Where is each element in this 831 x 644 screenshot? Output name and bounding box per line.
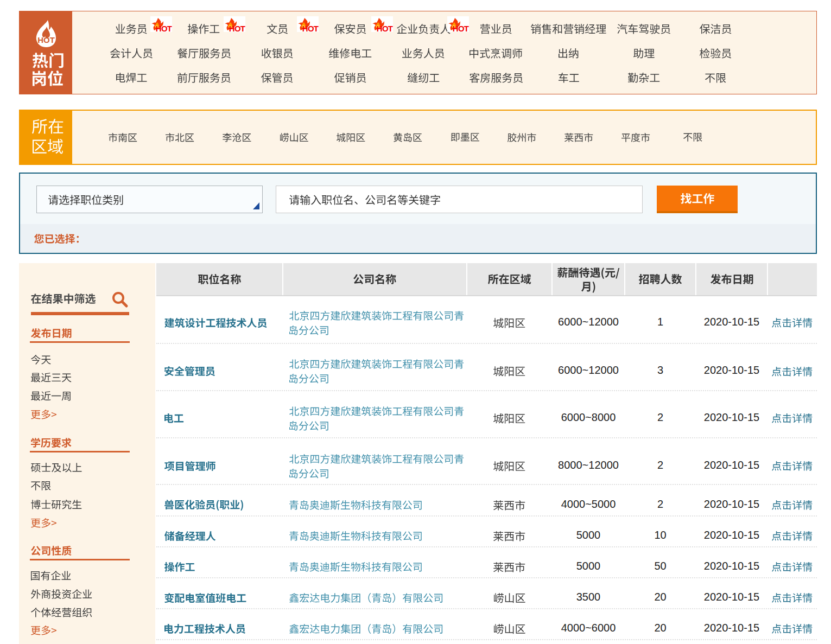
svg-text:HOT: HOT xyxy=(156,24,172,32)
svg-text:HOT: HOT xyxy=(302,24,319,32)
svg-text:HOT: HOT xyxy=(377,24,393,32)
svg-text:HOT: HOT xyxy=(453,24,469,32)
svg-text:HOT: HOT xyxy=(229,24,245,32)
svg-text:HOT: HOT xyxy=(37,35,55,44)
